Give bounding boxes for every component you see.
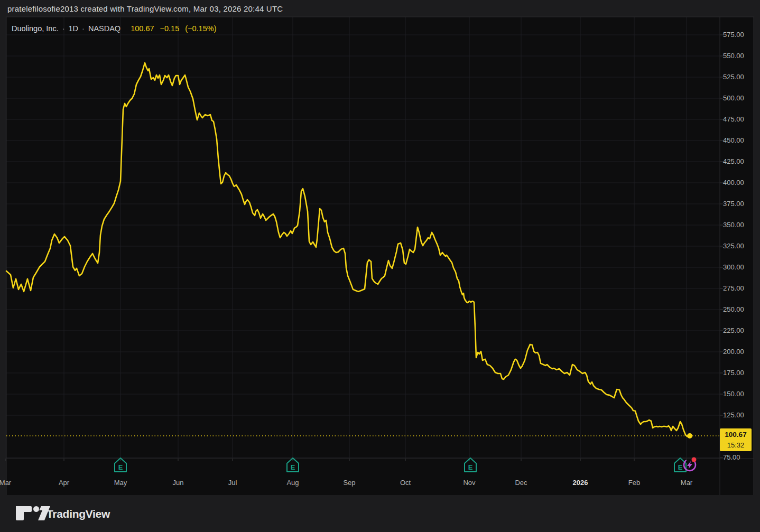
- time-axis-label: Mar: [0, 479, 11, 487]
- price-axis-label: 400.00: [723, 179, 744, 187]
- price-axis-label: 225.00: [723, 326, 744, 335]
- time-axis-label: Nov: [463, 479, 475, 487]
- time-axis-label: Aug: [286, 479, 299, 487]
- time-axis-label: Apr: [59, 479, 69, 487]
- price-change-percent: (−0.15%): [185, 24, 216, 33]
- time-axis-label: 2026: [573, 479, 588, 487]
- symbol-legend[interactable]: Duolingo, Inc. · 1D · NASDAQ 100.67 −0.1…: [12, 24, 216, 33]
- legend-separator: ·: [82, 24, 85, 33]
- price-axis-label: 275.00: [723, 284, 744, 293]
- svg-text:E: E: [468, 463, 473, 471]
- svg-text:E: E: [118, 463, 123, 471]
- last-price-tag-time: 15:32: [720, 440, 752, 450]
- last-price-tag: 100.67 15:32: [720, 428, 752, 451]
- time-axis-label: Mar: [681, 479, 692, 487]
- price-axis-label: 325.00: [723, 242, 744, 250]
- time-axis-label: Feb: [628, 479, 640, 487]
- price-axis-label: 425.00: [723, 157, 744, 166]
- logo-mark-one: [16, 506, 32, 520]
- price-axis-label: 375.00: [723, 200, 744, 208]
- price-change-value: −0.15: [160, 24, 180, 33]
- symbol-name[interactable]: Duolingo, Inc.: [12, 24, 59, 33]
- time-axis-label: May: [114, 479, 127, 487]
- brand-wordmark: TradingView: [47, 508, 110, 520]
- time-axis-label: Jul: [228, 479, 237, 487]
- price-axis-label: 300.00: [723, 263, 744, 272]
- svg-text:E: E: [678, 463, 683, 471]
- timeframe-label[interactable]: 1D: [69, 24, 79, 33]
- price-axis-label: 450.00: [723, 136, 744, 145]
- price-axis-label: 75.00: [723, 453, 740, 462]
- legend-separator: ·: [62, 24, 65, 33]
- footer-bar: TradingView: [0, 495, 760, 532]
- price-axis-label: 150.00: [723, 390, 744, 398]
- time-axis-label: Dec: [515, 479, 527, 487]
- price-axis-label: 250.00: [723, 305, 744, 314]
- price-axis-label: 500.00: [723, 94, 744, 102]
- price-axis-label: 525.00: [723, 73, 744, 81]
- price-axis-label: 550.00: [723, 52, 744, 60]
- price-chart-canvas[interactable]: EEEE: [0, 0, 760, 532]
- price-axis-label: 475.00: [723, 115, 744, 124]
- tradingview-logo[interactable]: TradingView: [15, 505, 131, 522]
- logo-mark-dot: [33, 506, 39, 512]
- exchange-label: NASDAQ: [88, 24, 121, 33]
- last-price-value: 100.67: [131, 24, 154, 33]
- price-axis-label: 350.00: [723, 221, 744, 229]
- price-axis-label: 200.00: [723, 348, 744, 356]
- time-axis-label: Jun: [173, 479, 184, 487]
- last-price-tag-price: 100.67: [720, 429, 752, 440]
- price-axis-label: 175.00: [723, 369, 744, 377]
- time-axis-label: Sep: [343, 479, 355, 487]
- svg-text:E: E: [291, 463, 295, 471]
- price-axis-label: 125.00: [723, 411, 744, 419]
- price-axis-label: 575.00: [723, 31, 744, 39]
- time-axis-label: Oct: [400, 479, 411, 487]
- tradingview-chart-screenshot: { "topbar": { "text": "pratelefilosofie2…: [0, 0, 760, 532]
